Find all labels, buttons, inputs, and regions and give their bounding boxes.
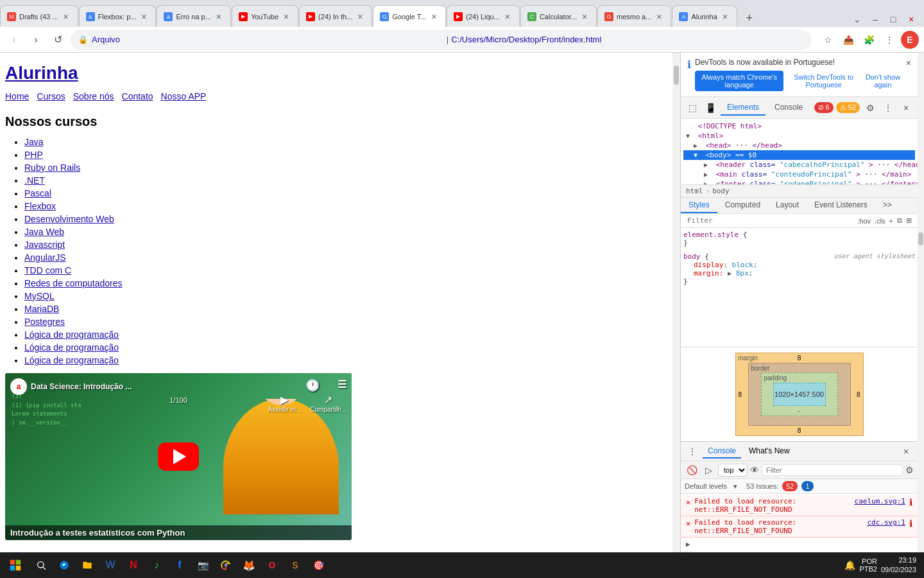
watch-action[interactable]: ▶ Assistir m... xyxy=(268,394,302,413)
styles-tab-styles[interactable]: Styles xyxy=(681,198,717,213)
tab-alurinha[interactable]: A Alurinha × xyxy=(672,5,737,27)
forward-button[interactable]: › xyxy=(27,31,45,49)
tab-youtube3[interactable]: ▶ (24) Liqu... × xyxy=(447,5,520,27)
tab-calculator-close[interactable]: × xyxy=(579,12,590,22)
header-line[interactable]: <header class= "cabecalhoPrincipal" > ··… xyxy=(683,160,915,170)
tab-google[interactable]: G Google T... × xyxy=(373,5,446,27)
body-expand[interactable] xyxy=(694,152,701,159)
css-margin-expand[interactable]: ▶ xyxy=(728,270,732,277)
taskbar-opera-button[interactable]: O xyxy=(262,555,282,575)
body-line[interactable]: <body> == $0 xyxy=(683,150,915,160)
tab-youtube2-close[interactable]: × xyxy=(355,12,365,22)
styles-filter-add[interactable]: + xyxy=(889,217,893,225)
course-link-logica3[interactable]: Lógica de programação xyxy=(24,355,119,365)
page-scrollbar[interactable] xyxy=(672,53,680,552)
tab-mesmo-close[interactable]: × xyxy=(654,12,664,22)
main-expand[interactable] xyxy=(704,171,712,178)
course-link-net[interactable]: .NET xyxy=(24,175,45,186)
course-link-devweb[interactable]: Desenvolvimento Web xyxy=(24,214,114,224)
course-link-php[interactable]: PHP xyxy=(24,150,43,160)
error-link-1[interactable]: cdc.svg:1 xyxy=(867,518,905,527)
tab-flexbox[interactable]: a Flexbox: p... × xyxy=(79,5,157,27)
match-language-button[interactable]: Always match Chrome's language xyxy=(695,71,783,91)
console-clear-button[interactable]: 🚫 xyxy=(685,463,699,477)
new-tab-button[interactable]: + xyxy=(740,9,758,27)
minimize-button[interactable]: – xyxy=(868,12,883,27)
bookmark-button[interactable]: ☆ xyxy=(819,31,837,49)
error-link-0[interactable]: caelum.svg:1 xyxy=(855,497,905,505)
taskbar-firefox-button[interactable]: 🦊 xyxy=(239,555,259,575)
nav-app[interactable]: Nosso APP xyxy=(161,91,207,101)
styles-filter-input[interactable] xyxy=(685,215,855,226)
styles-tab-layout[interactable]: Layout xyxy=(768,198,807,213)
console-tab-console[interactable]: Console xyxy=(703,444,741,459)
video-thumbnail[interactable]: (1) (1) {pip install sta Lorem statement… xyxy=(5,373,352,540)
breadcrumb-html[interactable]: html xyxy=(686,187,703,195)
nav-cursos[interactable]: Cursos xyxy=(37,91,65,101)
doctype-line[interactable]: <!DOCTYPE html> xyxy=(683,121,915,131)
tab-gmail-close[interactable]: × xyxy=(61,12,71,22)
default-levels-select[interactable]: Default levels xyxy=(685,482,727,490)
url-bar[interactable]: 🔒 Arquivo | C:/Users/Micro/Desktop/Front… xyxy=(71,30,811,50)
tab-youtube3-close[interactable]: × xyxy=(502,12,513,22)
devtools-scrollbar[interactable] xyxy=(918,53,924,552)
course-link-postegres[interactable]: Postegres xyxy=(24,317,65,327)
course-link-logica1[interactable]: Lógica de programação xyxy=(24,329,119,340)
youtube-play-button[interactable] xyxy=(158,442,199,471)
head-expand[interactable] xyxy=(694,142,701,149)
devtools-settings-button[interactable]: ⚙ xyxy=(862,100,878,116)
footer-line[interactable]: <footer class= "rodapePrincipal" > ··· <… xyxy=(683,179,915,184)
console-settings-button[interactable]: ⚙ xyxy=(905,465,914,475)
error-info-btn-1[interactable]: ℹ xyxy=(909,518,912,529)
taskbar-facebook-button[interactable]: f xyxy=(169,555,190,575)
console-filter-input[interactable] xyxy=(762,464,903,476)
tab-google-close[interactable]: × xyxy=(429,12,439,22)
tab-alurinha-close[interactable]: × xyxy=(720,12,730,22)
tab-youtube2[interactable]: ▶ (24) In th... × xyxy=(299,5,372,27)
course-link-pascal[interactable]: Pascal xyxy=(24,188,51,198)
taskbar-chrome-button[interactable] xyxy=(216,555,236,575)
devtools-more-button[interactable]: ⋮ xyxy=(880,100,896,116)
styles-tab-more[interactable]: >> xyxy=(875,198,900,213)
course-link-javaweb[interactable]: Java Web xyxy=(24,227,64,237)
course-link-mariadb[interactable]: MariaDB xyxy=(24,304,59,314)
styles-tab-computed[interactable]: Computed xyxy=(717,198,768,213)
styles-filter-hov[interactable]: :hov xyxy=(857,217,871,225)
tab-mesmo[interactable]: G mesmo a... × xyxy=(597,5,671,27)
user-profile-button[interactable]: E xyxy=(901,31,919,49)
tab-youtube1[interactable]: ▶ YouTube × xyxy=(232,5,298,27)
tab-youtube1-close[interactable]: × xyxy=(281,12,291,22)
header-expand[interactable] xyxy=(704,161,712,168)
taskbar-music-button[interactable]: ♪ xyxy=(146,555,167,575)
sys-notifications-icon[interactable]: 🔔 xyxy=(844,560,855,570)
course-link-angular[interactable]: AngularJS xyxy=(24,252,66,263)
course-link-java[interactable]: Java xyxy=(24,137,44,147)
devtools-close-button[interactable]: × xyxy=(898,100,914,116)
breadcrumb-body[interactable]: body xyxy=(712,187,730,195)
devtools-device-button[interactable]: 📱 xyxy=(703,100,718,116)
course-link-mysql[interactable]: MySQL xyxy=(24,291,55,301)
nav-contato[interactable]: Contato xyxy=(122,91,153,101)
tab-erro-close[interactable]: × xyxy=(214,12,224,22)
extensions-button[interactable]: 🧩 xyxy=(860,31,878,49)
screen-cast-button[interactable]: 📤 xyxy=(839,31,857,49)
dont-show-button[interactable]: Don't show again xyxy=(864,71,902,91)
taskbar-word-button[interactable]: W xyxy=(100,555,121,575)
console-expand-row[interactable]: ▶ xyxy=(681,538,918,551)
main-line[interactable]: <main class= "conteudoPrincipal" > ··· <… xyxy=(683,170,915,179)
close-browser-button[interactable]: × xyxy=(903,12,919,27)
tab-flexbox-close[interactable]: × xyxy=(139,12,149,22)
notification-close-button[interactable]: × xyxy=(906,58,911,68)
levels-dropdown-icon[interactable]: ▾ xyxy=(733,482,737,491)
devtools-tab-console[interactable]: Console xyxy=(768,100,809,116)
html-expand[interactable] xyxy=(686,132,694,139)
course-link-logica2[interactable]: Lógica de programação xyxy=(24,342,119,353)
course-link-js[interactable]: Javascript xyxy=(24,240,65,250)
reload-button[interactable]: ↺ xyxy=(49,31,67,49)
devtools-inspect-button[interactable]: ⬚ xyxy=(685,100,700,116)
styles-tab-event-listeners[interactable]: Event Listeners xyxy=(807,198,875,213)
course-link-ruby[interactable]: Ruby on Rails xyxy=(24,162,80,173)
profile-menu-button[interactable]: ⋮ xyxy=(880,31,898,49)
console-options-button[interactable]: ⋮ xyxy=(685,444,700,459)
course-link-redes[interactable]: Redes de computadores xyxy=(24,278,123,288)
